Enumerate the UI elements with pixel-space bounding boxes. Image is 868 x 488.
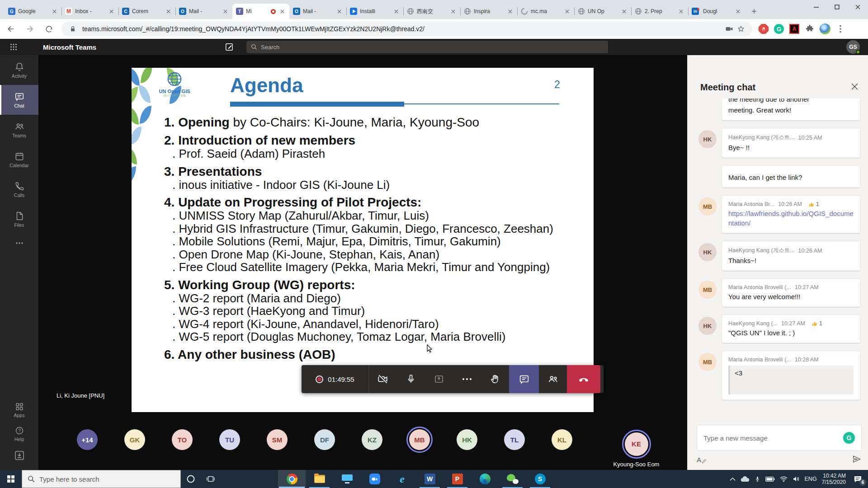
taskbar-file-explorer[interactable] [306,470,333,488]
browser-profile-avatar[interactable] [819,23,831,35]
extensions-puzzle-icon[interactable] [804,23,816,35]
participant-avatar[interactable]: KL [552,429,572,450]
volume-icon[interactable] [793,476,800,482]
browser-tab[interactable]: mc.ma [517,4,574,19]
hang-up-button[interactable] [567,365,600,393]
taskbar-display-app[interactable] [333,470,361,488]
message-link[interactable]: https://lawfriends.github.io/QGIS_docume… [728,209,854,228]
sidebar-item-calls[interactable]: Calls [0,174,38,204]
browser-tab[interactable]: M Inbox - [61,4,118,19]
participant-avatar[interactable]: TL [504,429,525,450]
start-button[interactable] [0,470,22,488]
chat-message-card[interactable]: Maria, can I get the link? [722,166,860,188]
share-screen-button[interactable] [425,365,453,393]
tray-microphone-icon[interactable] [755,475,760,483]
chat-message-input[interactable] [703,434,843,442]
participant-avatar-speaking[interactable]: MB [409,429,430,450]
waffle-menu-icon[interactable] [5,39,23,55]
forward-button[interactable] [22,21,38,37]
language-indicator[interactable]: ENG [805,476,817,482]
tab-close-icon[interactable] [677,8,684,15]
format-button[interactable]: A [697,456,707,464]
tab-close-icon[interactable] [620,8,627,15]
tab-close-icon[interactable] [392,8,400,15]
browser-tab[interactable]: O Mail - [289,4,346,19]
tab-close-icon[interactable] [51,8,58,15]
featured-participant-tile[interactable]: KE Kyoung-Soo Eom [585,423,687,470]
browser-menu-kebab-icon[interactable] [835,23,846,35]
grammarly-extension-icon[interactable]: G [773,23,785,35]
participant-avatar[interactable]: DF [314,429,335,450]
browser-tab[interactable]: UN Op [574,4,631,19]
taskbar-zoom[interactable] [361,470,388,488]
tab-close-icon[interactable] [222,8,229,15]
tab-close-icon[interactable] [449,8,457,15]
browser-tab[interactable]: 西南交 [403,4,460,19]
wifi-icon[interactable] [780,476,788,482]
participant-avatar[interactable]: GK [124,429,145,450]
browser-tab[interactable]: O Mail - [175,4,232,19]
acrobat-extension-icon[interactable]: A [788,23,800,35]
browser-tab-active-teams[interactable]: T Mi [232,4,289,19]
sidebar-more-icon[interactable] [0,234,38,252]
onedrive-icon[interactable] [741,476,750,482]
new-tab-button[interactable] [748,5,760,18]
tab-close-icon[interactable] [165,8,172,15]
taskbar-search-box[interactable] [22,470,181,488]
chat-message-list[interactable]: the meeting due to another meeting. Grea… [688,99,868,407]
grammarly-badge-icon[interactable]: G [843,432,855,444]
chat-toggle-button[interactable] [509,365,539,393]
tab-close-icon[interactable] [734,8,741,15]
participants-button[interactable] [539,365,567,393]
sidebar-item-chat[interactable]: Chat [0,85,38,115]
window-close-button[interactable] [847,0,868,14]
window-maximize-button[interactable] [826,0,847,14]
browser-tab[interactable]: in Dougl [688,4,745,19]
chat-close-icon[interactable] [851,83,858,90]
sidebar-item-activity[interactable]: Activity [0,55,38,85]
teams-search-input[interactable] [261,44,577,51]
action-center-button[interactable]: 6 [851,472,864,486]
participant-avatar[interactable]: HK [457,429,477,450]
taskbar-skype[interactable]: S [526,470,554,488]
camera-toggle-button[interactable] [369,365,397,393]
chat-message-card[interactable]: HK HaeKyong Kang (게스트...10:25 AM Bye~ !! [722,128,860,158]
sidebar-item-download-app[interactable] [0,450,38,461]
tab-close-icon[interactable] [563,8,571,15]
chat-message-card[interactable]: HK HaeKyong Kang (게스트...10:26 AM Thanks~… [722,241,860,271]
browser-tab[interactable]: Inspira [460,4,517,19]
chat-message-card[interactable]: MB Maria Antonia Brovelli (...10:27 AM Y… [722,279,860,307]
window-minimize-button[interactable] [806,0,826,14]
sidebar-item-calendar[interactable]: Calendar [0,145,38,174]
battery-icon[interactable] [765,476,775,482]
browser-tab[interactable]: C Corem [118,4,175,19]
thumbs-up-reaction[interactable]: 1 [808,201,819,207]
tray-chevron-icon[interactable] [730,477,736,481]
task-view-button[interactable] [201,470,221,488]
participant-avatar[interactable]: KZ [362,429,382,450]
chat-message-card[interactable]: MB Maria Antonia Brovelli (...10:28 AM <… [722,351,860,400]
taskbar-search-input[interactable] [39,475,166,483]
sidebar-item-apps[interactable]: Apps [0,402,38,418]
taskbar-chrome[interactable] [278,470,306,488]
cortana-button[interactable] [181,470,201,488]
raise-hand-button[interactable] [481,365,509,393]
more-options-button[interactable] [453,365,481,393]
chat-input-box[interactable]: G [697,425,862,451]
taskbar-powerpoint[interactable]: P [443,470,471,488]
tab-close-icon[interactable] [278,8,286,15]
tab-close-icon[interactable] [335,8,343,15]
taskbar-edge[interactable] [471,470,499,488]
compose-icon[interactable] [225,42,234,52]
participant-avatar[interactable]: SM [267,429,288,450]
browser-tab[interactable]: 2. Prep [631,4,688,19]
chat-message-card[interactable]: the meeting due to another meeting. Grea… [722,99,860,120]
tab-camera-indicator-icon[interactable] [723,23,735,35]
browser-tab[interactable]: G Google [5,4,61,19]
microphone-toggle-button[interactable] [397,365,425,393]
chat-message-card[interactable]: HK HaeKyong Kang (...10:27 AM 1 "QGIS UN… [722,315,860,343]
sidebar-item-files[interactable]: Files [0,204,38,234]
participant-avatar[interactable]: TU [219,429,240,450]
teams-search-bar[interactable] [246,41,608,53]
browser-tab[interactable]: Installi [346,4,403,19]
